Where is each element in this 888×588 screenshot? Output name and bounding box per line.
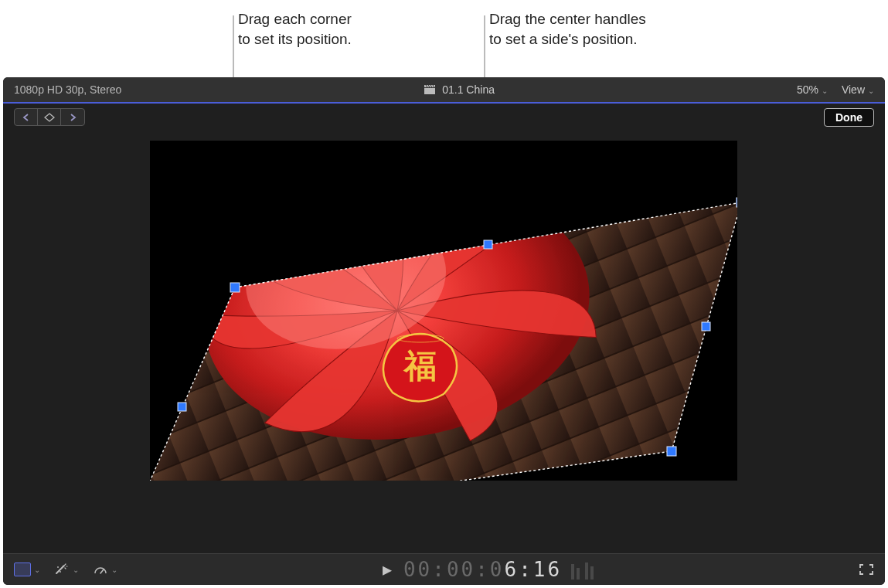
zoom-dropdown[interactable]: 50%⌄: [797, 83, 828, 96]
svg-line-21: [100, 569, 104, 573]
callout-center-text: Drag the center handles to set a side's …: [489, 9, 646, 49]
distort-overlay[interactable]: 福: [150, 141, 737, 481]
chevron-down-icon: ⌄: [111, 566, 117, 574]
clapper-icon: [424, 83, 436, 96]
edge-handle-right[interactable]: [702, 322, 710, 331]
fullscreen-icon: [859, 563, 874, 576]
corner-handle-top-right[interactable]: [737, 198, 737, 207]
svg-rect-4: [424, 88, 435, 94]
corner-handle-top-left[interactable]: [230, 283, 240, 292]
viewer-window: 1080p HD 30p, Stereo 01.1 China 50%⌄ Vie…: [3, 77, 885, 585]
retime-dropdown[interactable]: ⌄: [93, 563, 117, 576]
viewer-bottom-bar: ⌄ ⌄ ⌄ ▶ 00:00:06:16: [3, 553, 885, 585]
svg-text:福: 福: [403, 348, 437, 384]
distorted-image: 福: [150, 141, 737, 481]
viewer-top-bar: 1080p HD 30p, Stereo 01.1 China 50%⌄ Vie…: [3, 77, 885, 104]
viewer-canvas[interactable]: 福: [150, 141, 737, 481]
callout-corner-text: Drag each corner to set its position.: [238, 9, 352, 49]
previous-edit-button[interactable]: [15, 109, 38, 125]
next-edit-button[interactable]: [61, 109, 84, 125]
timecode-dim: 00:00:0: [403, 558, 505, 581]
viewer-sub-bar: Done: [3, 104, 885, 134]
timecode-display: ▶ 00:00:06:16: [383, 558, 594, 581]
edge-handle-top[interactable]: [484, 240, 492, 249]
chevron-down-icon: ⌄: [34, 566, 40, 574]
play-icon[interactable]: ▶: [383, 560, 394, 579]
audio-meters: [571, 559, 594, 580]
fullscreen-button[interactable]: [859, 563, 874, 576]
corner-handle-bottom-right[interactable]: [667, 447, 676, 456]
svg-point-20: [60, 571, 61, 573]
svg-point-19: [57, 566, 59, 568]
timecode-bright: 6:16: [505, 558, 563, 581]
clip-name: 01.1 China: [442, 83, 495, 96]
edge-handle-left[interactable]: [178, 403, 186, 411]
chevron-down-icon: ⌄: [822, 87, 828, 95]
chevron-down-icon: ⌄: [868, 87, 874, 95]
match-frame-button[interactable]: [38, 109, 61, 125]
view-dropdown[interactable]: View⌄: [842, 83, 874, 96]
enhance-dropdown[interactable]: ⌄: [54, 563, 79, 576]
effects-icon: [14, 563, 31, 576]
chevron-down-icon: ⌄: [73, 566, 79, 574]
edit-navigation-group: [14, 108, 85, 126]
speedometer-icon: [93, 563, 108, 576]
done-button[interactable]: Done: [824, 108, 874, 127]
svg-marker-10: [45, 114, 54, 121]
effects-dropdown[interactable]: ⌄: [14, 563, 40, 576]
format-readout: 1080p HD 30p, Stereo: [14, 83, 121, 96]
magic-wand-icon: [54, 563, 70, 576]
